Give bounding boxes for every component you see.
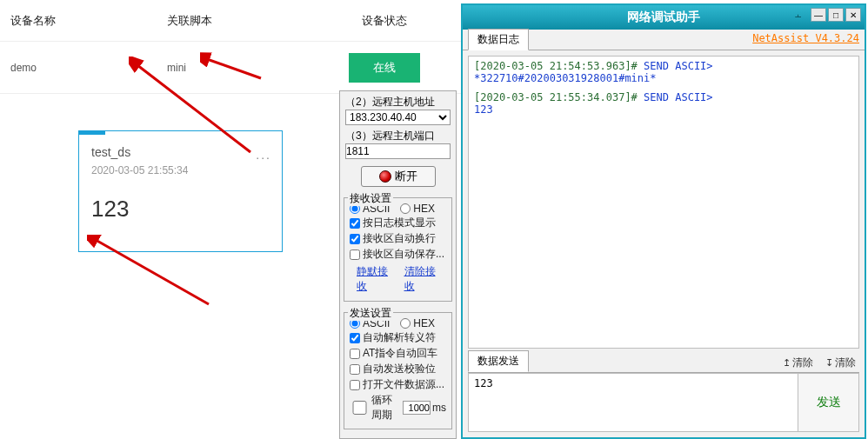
table-row[interactable]: demo mini 在线 bbox=[0, 42, 461, 94]
clear-recv-link[interactable]: 清除接收 bbox=[404, 264, 444, 294]
port-label: （3）远程主机端口 bbox=[340, 125, 456, 143]
window-titlebar[interactable]: 网络调试助手 ⫠ — □ ✕ bbox=[463, 5, 865, 30]
window-title: 网络调试助手 bbox=[627, 10, 700, 25]
disconnect-label: 断开 bbox=[395, 169, 417, 184]
send-atcr-checkbox[interactable] bbox=[350, 349, 360, 359]
remote-host-combo[interactable]: 183.230.40.40 bbox=[345, 110, 451, 125]
recv-hex-radio[interactable] bbox=[400, 203, 411, 214]
config-panel: （2）远程主机地址 183.230.40.40 （3）远程主机端口 断开 接收设… bbox=[339, 90, 457, 439]
log-payload-2: 123 bbox=[474, 103, 853, 116]
pin-icon[interactable]: ⫠ bbox=[793, 9, 804, 21]
send-escape-checkbox[interactable] bbox=[350, 333, 360, 343]
arrow-up-icon: ↥ bbox=[783, 357, 791, 368]
col-script: 关联脚本 bbox=[167, 13, 324, 29]
cell-name: demo bbox=[10, 62, 167, 74]
disconnect-button[interactable]: 断开 bbox=[361, 166, 436, 187]
close-button[interactable]: ✕ bbox=[845, 8, 861, 22]
log-area[interactable]: [2020-03-05 21:54:53.963]# SEND ASCII> *… bbox=[468, 56, 859, 349]
brand-link[interactable]: NetAssist V4.3.24 bbox=[752, 32, 859, 44]
card-title: test_ds bbox=[91, 145, 270, 159]
log-payload-1: *322710#202003031928001#mini* bbox=[474, 72, 853, 84]
tab-data-send[interactable]: 数据发送 bbox=[468, 350, 529, 372]
host-section-header: （2）远程主机地址 bbox=[340, 91, 456, 110]
table-header: 设备名称 关联脚本 设备状态 bbox=[0, 0, 461, 42]
log-ts-2: [2020-03-05 21:55:34.037]# bbox=[474, 91, 644, 103]
col-status: 设备状态 bbox=[324, 13, 445, 29]
cell-script: mini bbox=[167, 62, 324, 74]
send-cycle-input[interactable] bbox=[403, 401, 431, 415]
send-checksum-checkbox[interactable] bbox=[350, 364, 360, 375]
clear-up-link[interactable]: ↥清除 bbox=[779, 354, 817, 372]
log-ts-1: [2020-03-05 21:54:53.963]# bbox=[474, 60, 644, 72]
log-cmd-1: SEND ASCII> bbox=[644, 60, 712, 72]
send-cycle-checkbox[interactable] bbox=[350, 401, 370, 415]
status-online-button[interactable]: 在线 bbox=[349, 53, 420, 83]
send-hex-radio[interactable] bbox=[400, 318, 411, 329]
card-timestamp: 2020-03-05 21:55:34 bbox=[91, 164, 270, 176]
tab-data-log[interactable]: 数据日志 bbox=[468, 29, 529, 50]
send-button[interactable]: 发送 bbox=[798, 373, 859, 432]
recv-logmode-checkbox[interactable] bbox=[350, 218, 360, 229]
card-more-icon[interactable]: ··· bbox=[256, 150, 271, 164]
send-textarea[interactable] bbox=[468, 373, 798, 432]
recv-header: 接收设置 bbox=[348, 191, 393, 206]
netassist-window: 网络调试助手 ⫠ — □ ✕ 数据日志 NetAssist V4.3.24 [2… bbox=[461, 3, 866, 439]
remote-port-input[interactable] bbox=[345, 143, 451, 159]
col-name: 设备名称 bbox=[10, 13, 167, 29]
maximize-button[interactable]: □ bbox=[828, 8, 844, 22]
recv-autowrap-checkbox[interactable] bbox=[350, 234, 360, 244]
clear-down-link[interactable]: ↧清除 bbox=[822, 354, 859, 372]
pause-recv-link[interactable]: 静默接收 bbox=[357, 264, 396, 294]
datastream-card[interactable]: ··· test_ds 2020-03-05 21:55:34 123 bbox=[78, 130, 283, 252]
log-cmd-2: SEND ASCII> bbox=[644, 91, 712, 103]
card-value: 123 bbox=[91, 196, 270, 223]
recv-autosave-checkbox[interactable] bbox=[350, 249, 360, 260]
send-openfile-checkbox[interactable] bbox=[350, 380, 360, 390]
arrow-down-icon: ↧ bbox=[825, 357, 833, 368]
send-header: 发送设置 bbox=[348, 306, 393, 321]
minimize-button[interactable]: — bbox=[811, 8, 826, 22]
record-dot-icon bbox=[379, 170, 391, 183]
